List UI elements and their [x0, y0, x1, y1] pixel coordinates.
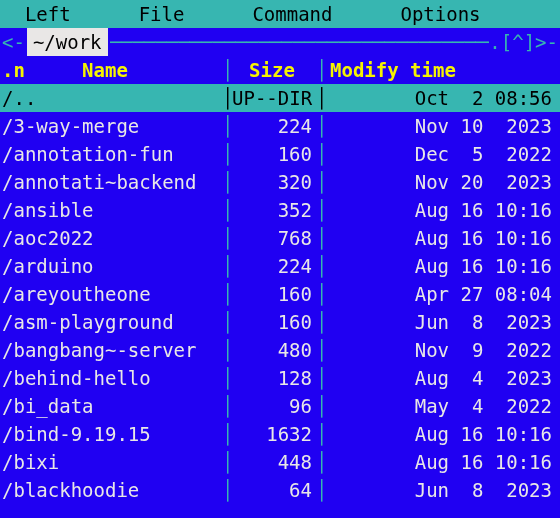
list-item[interactable]: /areyoutheone│160│Apr 27 08:04 — [0, 280, 560, 308]
column-divider: │ — [316, 392, 326, 420]
panel-frame-top: <- ~/work ──────────────────────────────… — [0, 28, 560, 56]
column-headers: .n Name │ Size │ Modify time — [0, 56, 560, 84]
file-size: 448 — [232, 448, 316, 476]
file-size: 768 — [232, 224, 316, 252]
file-mtime: Nov 9 2022 — [326, 336, 560, 364]
file-size: 64 — [232, 476, 316, 504]
file-size: 96 — [232, 392, 316, 420]
file-size: 160 — [232, 280, 316, 308]
file-name: /.. — [0, 84, 222, 112]
file-mtime: Aug 16 10:16 — [326, 224, 560, 252]
file-size: 480 — [232, 336, 316, 364]
column-divider: │ — [316, 252, 326, 280]
list-item[interactable]: /..│UP--DIR│Oct 2 08:56 — [0, 84, 560, 112]
column-divider: │ — [316, 84, 326, 112]
menu-left[interactable]: Left — [0, 0, 73, 28]
file-name: /areyoutheone — [0, 280, 222, 308]
file-mtime: May 4 2022 — [326, 392, 560, 420]
file-name: /asm-playground — [0, 308, 222, 336]
list-item[interactable]: /blackhoodie│64│Jun 8 2023 — [0, 476, 560, 504]
column-divider: │ — [316, 308, 326, 336]
file-name: /blackhoodie — [0, 476, 222, 504]
current-path[interactable]: ~/work — [27, 28, 108, 56]
column-divider: │ — [222, 280, 232, 308]
file-name: /behind-hello — [0, 364, 222, 392]
column-divider: │ — [222, 364, 232, 392]
column-divider: │ — [222, 420, 232, 448]
panel-menu-trigger[interactable]: .[^]>- — [489, 28, 560, 56]
file-size: 352 — [232, 196, 316, 224]
header-modify-time[interactable]: Modify time — [326, 56, 560, 84]
file-mtime: Nov 20 2023 — [326, 168, 560, 196]
file-name: /bangbang~-server — [0, 336, 222, 364]
file-mtime: Aug 4 2023 — [326, 364, 560, 392]
column-divider: │ — [222, 56, 232, 84]
column-divider: │ — [316, 56, 326, 84]
file-name: /bind-9.19.15 — [0, 420, 222, 448]
list-item[interactable]: /bixi│448│Aug 16 10:16 — [0, 448, 560, 476]
file-name: /bixi — [0, 448, 222, 476]
list-item[interactable]: /behind-hello│128│Aug 4 2023 — [0, 364, 560, 392]
column-divider: │ — [316, 168, 326, 196]
list-item[interactable]: /aoc2022│768│Aug 16 10:16 — [0, 224, 560, 252]
file-mtime: Dec 5 2022 — [326, 140, 560, 168]
menu-options[interactable]: Options — [398, 0, 482, 28]
menu-file[interactable]: File — [137, 0, 187, 28]
file-mtime: Jun 8 2023 — [326, 476, 560, 504]
menu-command[interactable]: Command — [250, 0, 334, 28]
list-item[interactable]: /bind-9.19.15│1632│Aug 16 10:16 — [0, 420, 560, 448]
scroll-left-arrow[interactable]: <- — [0, 28, 25, 56]
list-item[interactable]: /annotation-fun│160│Dec 5 2022 — [0, 140, 560, 168]
list-item[interactable]: /ansible│352│Aug 16 10:16 — [0, 196, 560, 224]
column-divider: │ — [222, 168, 232, 196]
list-item[interactable]: /bi_data│96│May 4 2022 — [0, 392, 560, 420]
file-name: /ansible — [0, 196, 222, 224]
file-list[interactable]: /..│UP--DIR│Oct 2 08:56/3-way-merge│224│… — [0, 84, 560, 504]
file-mtime: Oct 2 08:56 — [326, 84, 560, 112]
list-item[interactable]: /bangbang~-server│480│Nov 9 2022 — [0, 336, 560, 364]
column-divider: │ — [222, 140, 232, 168]
column-divider: │ — [222, 336, 232, 364]
column-divider: │ — [222, 448, 232, 476]
file-name: /annotation-fun — [0, 140, 222, 168]
file-mtime: Aug 16 10:16 — [326, 252, 560, 280]
column-divider: │ — [316, 280, 326, 308]
column-divider: │ — [316, 364, 326, 392]
file-mtime: Aug 16 10:16 — [326, 196, 560, 224]
list-item[interactable]: /asm-playground│160│Jun 8 2023 — [0, 308, 560, 336]
file-mtime: Aug 16 10:16 — [326, 420, 560, 448]
file-name: /arduino — [0, 252, 222, 280]
frame-line: ───────────────────────────────────── — [110, 28, 490, 56]
file-size: 128 — [232, 364, 316, 392]
list-item[interactable]: /arduino│224│Aug 16 10:16 — [0, 252, 560, 280]
column-divider: │ — [222, 308, 232, 336]
column-divider: │ — [222, 112, 232, 140]
file-name: /3-way-merge — [0, 112, 222, 140]
column-divider: │ — [316, 224, 326, 252]
file-size: 224 — [232, 112, 316, 140]
file-mtime: Aug 16 10:16 — [326, 448, 560, 476]
file-size: 160 — [232, 140, 316, 168]
file-size: UP--DIR — [232, 84, 316, 112]
column-divider: │ — [316, 420, 326, 448]
file-size: 320 — [232, 168, 316, 196]
column-divider: │ — [316, 476, 326, 504]
file-name: /bi_data — [0, 392, 222, 420]
header-size[interactable]: Size — [232, 56, 316, 84]
list-item[interactable]: /annotati~backend│320│Nov 20 2023 — [0, 168, 560, 196]
file-mtime: Apr 27 08:04 — [326, 280, 560, 308]
list-item[interactable]: /3-way-merge│224│Nov 10 2023 — [0, 112, 560, 140]
column-divider: │ — [316, 196, 326, 224]
column-divider: │ — [222, 252, 232, 280]
file-mtime: Jun 8 2023 — [326, 308, 560, 336]
menubar: Left File Command Options — [0, 0, 560, 28]
file-size: 1632 — [232, 420, 316, 448]
file-size: 160 — [232, 308, 316, 336]
column-divider: │ — [316, 140, 326, 168]
header-name[interactable]: .n Name — [0, 56, 222, 84]
file-panel: <- ~/work ──────────────────────────────… — [0, 28, 560, 518]
file-mtime: Nov 10 2023 — [326, 112, 560, 140]
column-divider: │ — [222, 224, 232, 252]
column-divider: │ — [316, 448, 326, 476]
column-divider: │ — [316, 336, 326, 364]
